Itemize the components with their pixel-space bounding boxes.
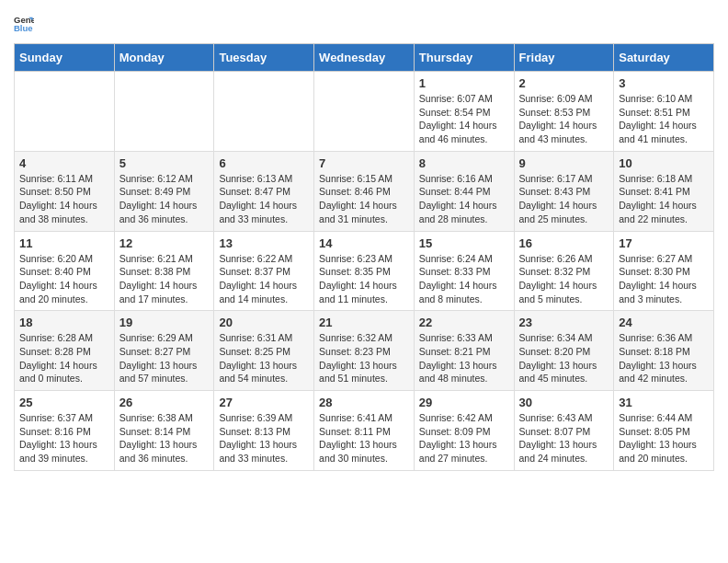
calendar-cell	[15, 72, 115, 152]
calendar-cell: 18Sunrise: 6:28 AM Sunset: 8:28 PM Dayli…	[15, 311, 115, 391]
day-number: 10	[619, 156, 709, 170]
calendar-table: SundayMondayTuesdayWednesdayThursdayFrid…	[14, 43, 714, 471]
day-number: 18	[19, 316, 109, 329]
day-info: Sunrise: 6:20 AM Sunset: 8:40 PM Dayligh…	[19, 252, 109, 306]
col-header-saturday: Saturday	[614, 44, 714, 72]
day-info: Sunrise: 6:18 AM Sunset: 8:41 PM Dayligh…	[619, 172, 709, 226]
calendar-week-1: 1Sunrise: 6:07 AM Sunset: 8:54 PM Daylig…	[15, 72, 714, 152]
day-info: Sunrise: 6:21 AM Sunset: 8:38 PM Dayligh…	[119, 252, 210, 306]
day-number: 12	[119, 236, 210, 250]
day-number: 5	[119, 156, 210, 170]
calendar-body: 1Sunrise: 6:07 AM Sunset: 8:54 PM Daylig…	[15, 72, 714, 471]
calendar-cell: 11Sunrise: 6:20 AM Sunset: 8:40 PM Dayli…	[15, 231, 115, 311]
calendar-week-3: 11Sunrise: 6:20 AM Sunset: 8:40 PM Dayli…	[15, 231, 714, 311]
col-header-sunday: Sunday	[15, 44, 115, 72]
calendar-cell: 31Sunrise: 6:44 AM Sunset: 8:05 PM Dayli…	[614, 391, 714, 471]
calendar-cell: 1Sunrise: 6:07 AM Sunset: 8:54 PM Daylig…	[414, 72, 514, 152]
day-info: Sunrise: 6:36 AM Sunset: 8:18 PM Dayligh…	[619, 331, 709, 385]
calendar-cell: 27Sunrise: 6:39 AM Sunset: 8:13 PM Dayli…	[214, 391, 314, 471]
day-info: Sunrise: 6:15 AM Sunset: 8:46 PM Dayligh…	[319, 172, 409, 226]
day-number: 2	[519, 76, 609, 90]
svg-text:Blue: Blue	[14, 23, 33, 33]
calendar-cell: 23Sunrise: 6:34 AM Sunset: 8:20 PM Dayli…	[514, 311, 614, 391]
day-number: 13	[219, 236, 309, 250]
day-info: Sunrise: 6:37 AM Sunset: 8:16 PM Dayligh…	[19, 411, 109, 465]
day-info: Sunrise: 6:38 AM Sunset: 8:14 PM Dayligh…	[119, 411, 210, 465]
calendar-cell: 26Sunrise: 6:38 AM Sunset: 8:14 PM Dayli…	[114, 391, 214, 471]
day-number: 23	[519, 316, 609, 329]
calendar-cell: 4Sunrise: 6:11 AM Sunset: 8:50 PM Daylig…	[15, 151, 115, 231]
calendar-cell: 13Sunrise: 6:22 AM Sunset: 8:37 PM Dayli…	[214, 231, 314, 311]
calendar-cell: 24Sunrise: 6:36 AM Sunset: 8:18 PM Dayli…	[614, 311, 714, 391]
calendar-cell: 12Sunrise: 6:21 AM Sunset: 8:38 PM Dayli…	[114, 231, 214, 311]
day-info: Sunrise: 6:16 AM Sunset: 8:44 PM Dayligh…	[419, 172, 509, 226]
day-info: Sunrise: 6:28 AM Sunset: 8:28 PM Dayligh…	[19, 331, 109, 385]
day-number: 22	[419, 316, 509, 329]
calendar-cell: 9Sunrise: 6:17 AM Sunset: 8:43 PM Daylig…	[514, 151, 614, 231]
day-number: 21	[319, 316, 409, 329]
calendar-cell: 14Sunrise: 6:23 AM Sunset: 8:35 PM Dayli…	[314, 231, 415, 311]
calendar-cell: 2Sunrise: 6:09 AM Sunset: 8:53 PM Daylig…	[514, 72, 614, 152]
calendar-cell: 15Sunrise: 6:24 AM Sunset: 8:33 PM Dayli…	[414, 231, 514, 311]
calendar-cell: 22Sunrise: 6:33 AM Sunset: 8:21 PM Dayli…	[414, 311, 514, 391]
calendar-cell: 16Sunrise: 6:26 AM Sunset: 8:32 PM Dayli…	[514, 231, 614, 311]
day-info: Sunrise: 6:43 AM Sunset: 8:07 PM Dayligh…	[519, 411, 609, 465]
calendar-cell: 5Sunrise: 6:12 AM Sunset: 8:49 PM Daylig…	[114, 151, 214, 231]
calendar-cell: 3Sunrise: 6:10 AM Sunset: 8:51 PM Daylig…	[614, 72, 714, 152]
calendar-cell: 30Sunrise: 6:43 AM Sunset: 8:07 PM Dayli…	[514, 391, 614, 471]
day-info: Sunrise: 6:26 AM Sunset: 8:32 PM Dayligh…	[519, 252, 609, 306]
col-header-thursday: Thursday	[414, 44, 514, 72]
logo: General Blue	[14, 14, 36, 34]
calendar-cell: 10Sunrise: 6:18 AM Sunset: 8:41 PM Dayli…	[614, 151, 714, 231]
day-number: 15	[419, 236, 509, 250]
day-info: Sunrise: 6:12 AM Sunset: 8:49 PM Dayligh…	[119, 172, 210, 226]
day-info: Sunrise: 6:41 AM Sunset: 8:11 PM Dayligh…	[319, 411, 409, 465]
calendar-week-2: 4Sunrise: 6:11 AM Sunset: 8:50 PM Daylig…	[15, 151, 714, 231]
calendar-cell: 21Sunrise: 6:32 AM Sunset: 8:23 PM Dayli…	[314, 311, 415, 391]
day-number: 9	[519, 156, 609, 170]
day-number: 8	[419, 156, 509, 170]
day-info: Sunrise: 6:34 AM Sunset: 8:20 PM Dayligh…	[519, 331, 609, 385]
day-info: Sunrise: 6:32 AM Sunset: 8:23 PM Dayligh…	[319, 331, 409, 385]
day-number: 26	[119, 396, 210, 409]
logo-icon: General Blue	[14, 14, 34, 34]
day-info: Sunrise: 6:42 AM Sunset: 8:09 PM Dayligh…	[419, 411, 509, 465]
day-info: Sunrise: 6:11 AM Sunset: 8:50 PM Dayligh…	[19, 172, 109, 226]
calendar-cell: 20Sunrise: 6:31 AM Sunset: 8:25 PM Dayli…	[214, 311, 314, 391]
day-number: 3	[619, 76, 709, 90]
day-number: 17	[619, 236, 709, 250]
day-number: 24	[619, 316, 709, 329]
day-number: 16	[519, 236, 609, 250]
day-number: 31	[619, 396, 709, 409]
calendar-cell: 7Sunrise: 6:15 AM Sunset: 8:46 PM Daylig…	[314, 151, 415, 231]
calendar-cell: 19Sunrise: 6:29 AM Sunset: 8:27 PM Dayli…	[114, 311, 214, 391]
day-number: 4	[19, 156, 109, 170]
day-info: Sunrise: 6:09 AM Sunset: 8:53 PM Dayligh…	[519, 92, 609, 146]
day-info: Sunrise: 6:24 AM Sunset: 8:33 PM Dayligh…	[419, 252, 509, 306]
day-info: Sunrise: 6:13 AM Sunset: 8:47 PM Dayligh…	[219, 172, 309, 226]
calendar-cell	[114, 72, 214, 152]
day-number: 7	[319, 156, 409, 170]
day-number: 30	[519, 396, 609, 409]
page-header: General Blue	[14, 14, 714, 34]
calendar-cell: 25Sunrise: 6:37 AM Sunset: 8:16 PM Dayli…	[15, 391, 115, 471]
calendar-cell: 6Sunrise: 6:13 AM Sunset: 8:47 PM Daylig…	[214, 151, 314, 231]
day-number: 20	[219, 316, 309, 329]
day-number: 1	[419, 76, 509, 90]
col-header-friday: Friday	[514, 44, 614, 72]
day-info: Sunrise: 6:31 AM Sunset: 8:25 PM Dayligh…	[219, 331, 309, 385]
day-number: 27	[219, 396, 309, 409]
day-number: 25	[19, 396, 109, 409]
day-info: Sunrise: 6:39 AM Sunset: 8:13 PM Dayligh…	[219, 411, 309, 465]
calendar-header-row: SundayMondayTuesdayWednesdayThursdayFrid…	[15, 44, 714, 72]
col-header-monday: Monday	[114, 44, 214, 72]
day-number: 28	[319, 396, 409, 409]
calendar-cell: 8Sunrise: 6:16 AM Sunset: 8:44 PM Daylig…	[414, 151, 514, 231]
col-header-tuesday: Tuesday	[214, 44, 314, 72]
calendar-cell: 29Sunrise: 6:42 AM Sunset: 8:09 PM Dayli…	[414, 391, 514, 471]
day-info: Sunrise: 6:29 AM Sunset: 8:27 PM Dayligh…	[119, 331, 210, 385]
calendar-week-4: 18Sunrise: 6:28 AM Sunset: 8:28 PM Dayli…	[15, 311, 714, 391]
calendar-cell	[214, 72, 314, 152]
day-info: Sunrise: 6:07 AM Sunset: 8:54 PM Dayligh…	[419, 92, 509, 146]
day-number: 11	[19, 236, 109, 250]
